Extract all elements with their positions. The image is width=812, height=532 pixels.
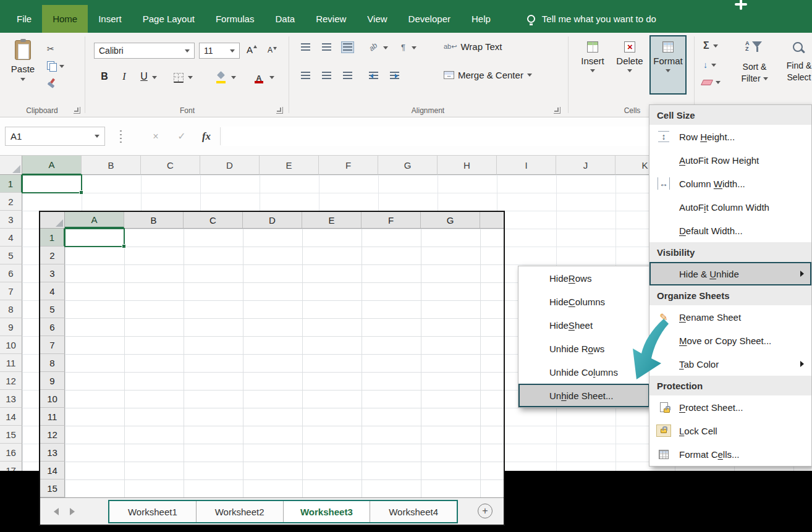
row-header[interactable]: 13 <box>0 390 22 408</box>
menu-item-rename-sheet[interactable]: ✎ Rename Sheet <box>649 305 811 329</box>
align-top-button[interactable] <box>299 41 312 53</box>
name-box[interactable]: A1 <box>5 127 105 146</box>
tellme-search[interactable]: Tell me what you want to do <box>527 5 656 33</box>
menu-item-row-height[interactable]: ↕ Row Height... <box>649 125 811 148</box>
clipboard-dialog-launcher[interactable] <box>74 107 80 114</box>
row-header[interactable]: 5 <box>0 247 22 264</box>
column-header[interactable]: H <box>438 156 497 175</box>
row-header[interactable]: 16 <box>0 444 22 462</box>
fill-handle[interactable] <box>79 190 83 195</box>
menu-item-move-or-copy-sheet[interactable]: Move or Copy Sheet... <box>649 329 811 352</box>
menu-item-tab-color[interactable]: Tab Color <box>649 352 811 376</box>
alignment-dialog-launcher[interactable] <box>554 107 560 114</box>
formula-enter-button[interactable]: ✓ <box>172 127 192 146</box>
submenu-item-unhide-sheet[interactable]: Unhide Sheet... <box>518 384 649 407</box>
column-header[interactable]: D <box>200 156 260 175</box>
inset-screenshot-image[interactable]: ABCDEFG 123456789101112131415 Worksheet1… <box>39 211 505 526</box>
increase-font-size-button[interactable]: A <box>245 43 255 57</box>
clear-button[interactable] <box>702 80 721 85</box>
orientation-button[interactable]: ab <box>367 41 379 53</box>
column-header[interactable]: G <box>378 156 438 175</box>
menu-item-default-width[interactable]: Default Width... <box>649 219 811 242</box>
row-header[interactable]: 9 <box>0 318 22 336</box>
menu-item-hide-unhide[interactable]: Hide & Unhide <box>649 262 811 285</box>
row-header[interactable]: 15 <box>0 426 22 444</box>
align-left-button[interactable] <box>299 70 312 82</box>
format-painter-button[interactable] <box>47 76 56 91</box>
row-header[interactable]: 4 <box>0 229 22 247</box>
drag-handle-dots-icon[interactable] <box>120 129 122 144</box>
annotation-arrow[interactable] <box>623 316 671 383</box>
fill-color-button[interactable] <box>214 70 229 85</box>
find-select-button[interactable]: Find & Select <box>779 36 812 101</box>
column-header[interactable]: I <box>497 156 556 175</box>
borders-button[interactable] <box>172 71 185 85</box>
wrap-text-button[interactable]: ab↩ Wrap Text <box>444 41 502 52</box>
row-header[interactable]: 6 <box>0 264 22 282</box>
font-size-combo[interactable]: 11 <box>199 43 240 59</box>
align-center-button[interactable] <box>320 70 333 82</box>
menu-item-format-cells[interactable]: Format Cells... <box>649 442 811 466</box>
column-header[interactable]: E <box>260 156 319 175</box>
chevron-down-icon[interactable] <box>383 46 388 49</box>
sort-filter-button[interactable]: AZ Sort & Filter <box>734 36 775 101</box>
tab-page-layout[interactable]: Page Layout <box>132 5 205 33</box>
merge-center-button[interactable]: Merge & Center <box>444 70 532 80</box>
format-button[interactable]: Format <box>649 35 687 95</box>
menu-item-autofit-column-width[interactable]: AutoFit Column Width <box>649 195 811 219</box>
formula-cancel-button[interactable]: × <box>146 127 166 146</box>
align-right-button[interactable] <box>341 70 354 82</box>
font-name-combo[interactable]: Calibri <box>94 43 195 59</box>
tab-insert[interactable]: Insert <box>88 5 132 33</box>
tab-developer[interactable]: Developer <box>398 5 461 33</box>
row-header[interactable]: 10 <box>0 336 22 354</box>
chevron-down-icon[interactable] <box>188 76 193 79</box>
column-header[interactable]: J <box>556 156 615 175</box>
text-direction-button[interactable]: ¶ <box>399 41 407 54</box>
decrease-indent-button[interactable] <box>367 70 380 82</box>
menu-item-protect-sheet[interactable]: Protect Sheet... <box>649 395 811 419</box>
cut-button[interactable]: ✂ <box>47 41 54 56</box>
select-all-corner[interactable] <box>0 156 22 175</box>
align-bottom-button[interactable] <box>341 41 354 53</box>
tab-home[interactable]: Home <box>42 5 88 33</box>
row-header[interactable]: 17 <box>0 462 22 471</box>
row-header[interactable]: 2 <box>0 193 22 211</box>
column-header[interactable]: C <box>141 156 200 175</box>
italic-button[interactable]: I <box>117 71 131 82</box>
font-dialog-launcher[interactable] <box>276 107 283 114</box>
tab-help[interactable]: Help <box>461 5 501 33</box>
tab-file[interactable]: File <box>6 5 42 33</box>
row-header[interactable]: 11 <box>0 354 22 372</box>
row-header[interactable]: 3 <box>0 211 22 229</box>
paste-button[interactable]: Paste <box>5 36 41 101</box>
delete-cells-button[interactable]: Delete <box>611 35 648 95</box>
bold-button[interactable]: B <box>98 71 111 82</box>
autosum-button[interactable]: Σ <box>703 40 718 51</box>
submenu-item-hide-columns[interactable]: Hide Columns <box>518 290 649 313</box>
font-color-button[interactable] <box>252 70 266 85</box>
fill-button[interactable]: ↓ <box>703 60 716 70</box>
submenu-item-hide-rows[interactable]: Hide Rows <box>518 266 649 290</box>
tab-formulas[interactable]: Formulas <box>205 5 265 33</box>
insert-function-button[interactable]: fx <box>197 127 216 146</box>
row-header[interactable]: 8 <box>0 300 22 318</box>
row-header[interactable]: 14 <box>0 408 22 426</box>
chevron-down-icon[interactable] <box>152 76 157 79</box>
chevron-down-icon[interactable] <box>231 76 236 79</box>
column-header[interactable]: B <box>82 156 141 175</box>
tab-view[interactable]: View <box>357 5 397 33</box>
insert-cells-button[interactable]: Insert <box>574 35 611 95</box>
tab-review[interactable]: Review <box>305 5 357 33</box>
chevron-down-icon[interactable] <box>269 76 274 79</box>
increase-indent-button[interactable] <box>388 70 401 82</box>
decrease-font-size-button[interactable]: A <box>266 44 274 56</box>
menu-item-autofit-row-height[interactable]: AutoFit Row Height <box>649 148 811 172</box>
row-header[interactable]: 12 <box>0 372 22 390</box>
menu-item-lock-cell[interactable]: Lock Cell <box>649 419 811 442</box>
column-header[interactable]: A <box>22 156 82 175</box>
underline-button[interactable]: U <box>137 71 151 82</box>
copy-button[interactable] <box>47 59 64 74</box>
chevron-down-icon[interactable] <box>412 46 417 49</box>
align-middle-button[interactable] <box>320 41 333 53</box>
